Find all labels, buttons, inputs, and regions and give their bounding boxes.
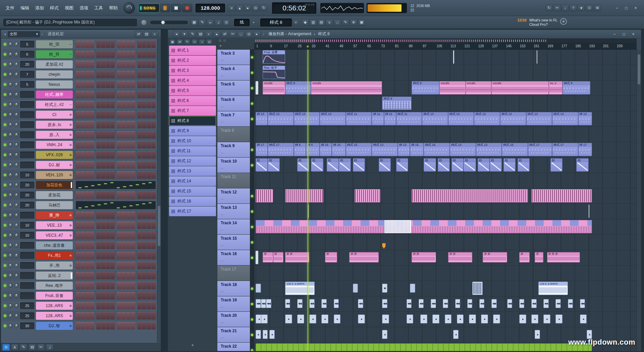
clip-audiosm[interactable]: 原 原: [349, 252, 379, 262]
step-cell[interactable]: [101, 252, 105, 259]
clip-stripes[interactable]: [285, 189, 323, 202]
step-cell[interactable]: [117, 101, 121, 108]
clip-ar[interactable]: ◀◀: [467, 299, 473, 308]
clip-ar[interactable]: ◀◀: [297, 299, 303, 308]
track-led[interactable]: [251, 149, 253, 151]
channel-value[interactable]: 10: [20, 172, 34, 178]
step-cell[interactable]: [80, 252, 85, 259]
step-cell[interactable]: [151, 222, 156, 229]
step-cell[interactable]: [101, 81, 105, 88]
step-cell[interactable]: [121, 292, 126, 299]
track-lane[interactable]: Fruit..音量: [254, 50, 637, 65]
step-cell[interactable]: [131, 171, 135, 179]
knob[interactable]: [8, 52, 13, 57]
step-cell[interactable]: [151, 171, 156, 179]
step-cell[interactable]: [106, 41, 110, 48]
channel-button[interactable]: Fruit..音量: [36, 292, 73, 300]
paint-tool-icon[interactable]: ▤: [29, 344, 36, 351]
step-cell[interactable]: [126, 51, 130, 58]
step-cell[interactable]: [117, 141, 121, 149]
channel-led[interactable]: [4, 103, 6, 106]
knob[interactable]: [14, 233, 19, 238]
clip-ws[interactable]: ▲: [382, 330, 387, 339]
channel-button[interactable]: Ree..电平: [36, 282, 73, 290]
clip-ws[interactable]: ▲: [382, 314, 389, 324]
track-header[interactable]: Track 20...: [217, 312, 250, 327]
clip-sb[interactable]: [410, 284, 415, 293]
step-cell[interactable]: [131, 232, 135, 239]
step-cell[interactable]: [151, 322, 156, 330]
clip-pat[interactable]: 样式 17: [552, 143, 578, 156]
step-cell[interactable]: [151, 312, 156, 319]
step-cell[interactable]: [121, 151, 126, 159]
knob[interactable]: [14, 122, 19, 127]
step-cell[interactable]: [121, 282, 126, 289]
step-cell[interactable]: [101, 272, 105, 279]
step-cell[interactable]: [110, 121, 115, 128]
step-cell[interactable]: [121, 191, 126, 199]
knob[interactable]: [14, 92, 19, 97]
channel-led[interactable]: [4, 63, 6, 66]
close-button[interactable]: ×: [631, 5, 640, 11]
channel-led[interactable]: [4, 325, 6, 327]
step-cell[interactable]: [110, 232, 115, 239]
track-lane[interactable]: 样式 8: [254, 96, 637, 111]
knob[interactable]: [8, 233, 13, 238]
browser-icon[interactable]: □: [334, 19, 341, 26]
smoothing-display[interactable]: 线: [234, 19, 250, 26]
step-cell[interactable]: [85, 302, 90, 309]
step-cell[interactable]: [126, 71, 130, 78]
swap-icon[interactable]: ⇄: [135, 31, 142, 38]
track-lane[interactable]: [254, 235, 637, 250]
step-cell[interactable]: [90, 322, 94, 330]
playhead-line[interactable]: [308, 50, 308, 351]
step-cell[interactable]: [142, 161, 146, 169]
step-cell[interactable]: [126, 322, 130, 330]
step-cell[interactable]: [147, 262, 151, 269]
step-cell[interactable]: [90, 161, 94, 169]
step-cell[interactable]: [96, 282, 101, 289]
step-cell[interactable]: [80, 292, 85, 299]
knob[interactable]: [14, 82, 19, 87]
knob[interactable]: [8, 273, 13, 278]
clip-pat[interactable]: 样式 13: [450, 143, 476, 156]
step-cell[interactable]: [76, 131, 80, 138]
step-cell[interactable]: [117, 41, 121, 48]
channel-button[interactable]: VEC3..47⊕: [36, 231, 73, 239]
step-cell[interactable]: [137, 232, 142, 239]
step-cell[interactable]: [101, 292, 105, 299]
step-cell[interactable]: [96, 191, 101, 199]
clip-ar[interactable]: ◀◀: [507, 299, 513, 308]
maximize-button[interactable]: □: [622, 5, 631, 11]
knob[interactable]: [8, 62, 13, 67]
channel-led[interactable]: [4, 314, 6, 317]
channel-button[interactable]: 柔加花: [36, 191, 73, 199]
countdown-icon[interactable]: ◎: [252, 5, 259, 11]
step-cell[interactable]: [137, 71, 142, 78]
clip-pat[interactable]: 样式 15: [346, 143, 372, 156]
channel-value[interactable]: [20, 101, 34, 108]
clip-ramp[interactable]: 柱: [311, 158, 323, 172]
track-header[interactable]: Track 10...: [217, 158, 250, 173]
pattern-item[interactable]: 样式 7: [169, 106, 216, 116]
menu-item[interactable]: 工具: [91, 0, 106, 16]
step-cell[interactable]: [85, 81, 90, 88]
step-cell[interactable]: [117, 51, 121, 58]
step-cell[interactable]: [106, 171, 110, 179]
step-cell[interactable]: [90, 262, 94, 269]
step-cell[interactable]: [131, 161, 135, 169]
step-cell[interactable]: [121, 51, 126, 58]
clip-pat[interactable]: 样 17: [256, 143, 268, 156]
step-cell[interactable]: [147, 81, 151, 88]
step-cell[interactable]: [142, 41, 146, 48]
clip-pat[interactable]: 样式 9: [562, 81, 590, 95]
clip-audio[interactable]: vocals: [466, 81, 492, 95]
step-cell[interactable]: [137, 282, 142, 289]
step-cell[interactable]: [90, 242, 94, 249]
channel-led[interactable]: [4, 214, 6, 217]
clip-pat[interactable]: 样式 13: [476, 143, 502, 156]
preview-icon[interactable]: ▸: [253, 31, 261, 38]
clip-pat[interactable]: 样式 13: [372, 143, 398, 156]
channel-value[interactable]: [20, 272, 34, 279]
pattern-item[interactable]: 样式 4: [169, 76, 216, 85]
